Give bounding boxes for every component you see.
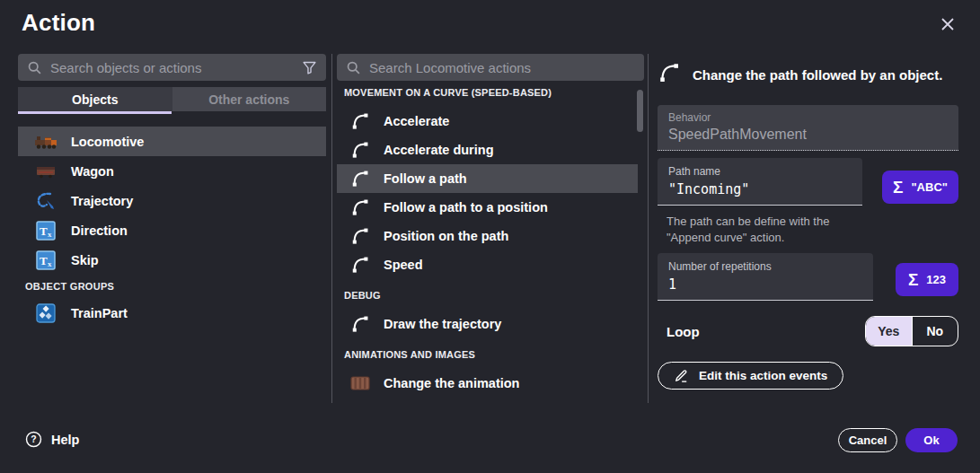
help-label: Help [51, 433, 79, 447]
tab-other-actions[interactable]: Other actions [172, 87, 327, 111]
action-item-label: Follow a path [384, 171, 467, 186]
string-expression-button[interactable]: Σ "ABC" [882, 171, 958, 204]
panel-divider-left [331, 54, 332, 403]
trajectory-icon [34, 190, 57, 212]
objects-search-placeholder: Search objects or actions [50, 60, 294, 75]
repetitions-label: Number of repetitions [668, 260, 862, 273]
path-curve-icon [349, 314, 371, 334]
cancel-button[interactable]: Cancel [838, 428, 897, 452]
text-object-icon: T x [34, 250, 57, 270]
action-item-speed[interactable]: Speed [337, 250, 638, 279]
action-item-draw-the-trajectory[interactable]: Draw the trajectory [337, 310, 638, 338]
path-curve-icon [349, 140, 371, 160]
repetitions-value[interactable]: 1 [668, 276, 862, 293]
object-item-label: Trajectory [71, 194, 133, 208]
help-link[interactable]: ? Help [25, 431, 79, 448]
action-description: Change the path followed by an object. [658, 61, 958, 88]
text-object-icon: T x [34, 221, 57, 241]
action-item-label: Speed [384, 258, 423, 272]
actions-panel: Search Locomotive actions MOVEMENT ON A … [337, 54, 644, 403]
sigma-icon: Σ [908, 270, 918, 290]
object-list: Locomotive Wagon [18, 127, 326, 328]
number-expression-button[interactable]: Σ 123 [896, 263, 958, 296]
panel-divider-right [648, 54, 649, 403]
pencil-icon [674, 368, 689, 383]
path-curve-icon [349, 111, 371, 131]
action-description-text: Change the path followed by an object. [693, 67, 942, 83]
object-item-trajectory[interactable]: Trajectory [18, 186, 326, 215]
action-item-label: Position on the path [384, 229, 508, 243]
action-item-label: Accelerate during [384, 143, 494, 157]
edit-action-events-label: Edit this action events [699, 369, 827, 382]
object-item-wagon[interactable]: Wagon [18, 156, 326, 186]
path-curve-icon [349, 226, 371, 246]
path-name-value[interactable]: "Incoming" [668, 181, 852, 197]
svg-text:?: ? [31, 434, 36, 444]
object-item-locomotive[interactable]: Locomotive [18, 127, 326, 156]
path-curve-icon [349, 197, 371, 217]
path-helper-text: The path can be define with the "Append … [667, 214, 958, 246]
expression-button-label: 123 [926, 273, 946, 286]
page-title: Action [22, 9, 95, 37]
object-group-icon [34, 303, 57, 323]
group-item-label: TrainPart [71, 306, 128, 320]
object-item-label: Direction [71, 223, 128, 238]
help-icon: ? [25, 431, 42, 448]
behavior-field-label: Behavior [668, 111, 948, 124]
group-item-trainpart[interactable]: TrainPart [18, 298, 326, 328]
path-name-label: Path name [668, 165, 852, 178]
objects-search[interactable]: Search objects or actions [18, 54, 326, 81]
objects-panel: Search objects or actions Objects Other … [18, 54, 326, 328]
svg-text:x: x [48, 230, 52, 239]
loop-setting: Loop Yes No [658, 316, 958, 346]
action-dialog: Action Search objects or actions Objects… [0, 0, 980, 473]
objects-tabs: Objects Other actions [18, 87, 326, 111]
actions-search[interactable]: Search Locomotive actions [337, 54, 644, 81]
tab-objects[interactable]: Objects [18, 87, 172, 111]
locomotive-icon [34, 134, 57, 150]
svg-text:x: x [48, 259, 52, 268]
actions-scrollbar[interactable] [637, 90, 643, 132]
path-curve-icon [349, 169, 371, 188]
action-item-change-the-animation[interactable]: Change the animation [337, 369, 638, 398]
path-curve-icon [658, 61, 681, 88]
behavior-field: Behavior SpeedPathMovement [658, 105, 958, 151]
object-item-label: Skip [71, 253, 99, 267]
object-item-skip[interactable]: T x Skip [18, 245, 326, 275]
ok-button[interactable]: Ok [905, 428, 958, 452]
loop-label: Loop [667, 324, 700, 339]
actions-search-placeholder: Search Locomotive actions [369, 60, 635, 75]
object-item-direction[interactable]: T x Direction [18, 215, 326, 245]
search-icon [346, 60, 361, 75]
loop-no-button[interactable]: No [912, 317, 958, 346]
object-item-label: Locomotive [71, 135, 144, 149]
object-item-label: Wagon [71, 164, 114, 179]
animation-icon [349, 376, 371, 390]
action-item-label: Follow a path to a position [384, 200, 548, 215]
action-item-accelerate-during[interactable]: Accelerate during [337, 136, 638, 164]
behavior-field-value: SpeedPathMovement [668, 127, 948, 143]
filter-icon[interactable] [302, 60, 317, 75]
loop-yes-button[interactable]: Yes [866, 317, 912, 346]
svg-text:T: T [40, 224, 48, 238]
action-item-label: Draw the trajectory [384, 317, 501, 331]
active-tab-indicator [18, 111, 172, 114]
close-icon[interactable] [937, 13, 958, 35]
action-section-header: DEBUG [344, 290, 644, 302]
action-section-header: MOVEMENT ON A CURVE (SPEED-BASED) [344, 87, 644, 100]
action-item-position-on-the-path[interactable]: Position on the path [337, 222, 638, 250]
action-item-label: Change the animation [384, 376, 519, 390]
action-item-follow-a-path-to-a-position[interactable]: Follow a path to a position [337, 193, 638, 222]
repetitions-field[interactable]: Number of repetitions 1 [658, 253, 873, 301]
svg-text:T: T [40, 254, 48, 267]
loop-toggle: Yes No [865, 316, 958, 346]
object-groups-header: OBJECT GROUPS [25, 281, 326, 293]
path-name-field[interactable]: Path name "Incoming" [658, 158, 862, 206]
action-item-follow-a-path[interactable]: Follow a path [337, 164, 638, 193]
sigma-icon: Σ [893, 178, 903, 197]
action-list: MOVEMENT ON A CURVE (SPEED-BASED) Accele… [337, 87, 644, 398]
action-item-label: Accelerate [384, 114, 449, 128]
action-item-accelerate[interactable]: Accelerate [337, 107, 638, 136]
action-section-header: ANIMATIONS AND IMAGES [344, 349, 644, 362]
edit-action-events-button[interactable]: Edit this action events [658, 362, 843, 390]
